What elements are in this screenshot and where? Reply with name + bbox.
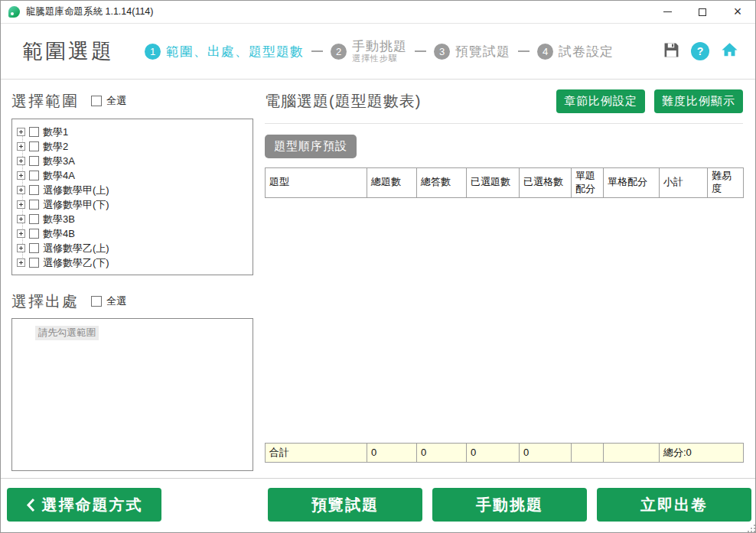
source-section-header: 選擇出處 全選 <box>11 291 253 312</box>
save-icon[interactable] <box>663 42 679 61</box>
range-section-title: 選擇範圍 <box>11 91 79 112</box>
tree-item-label: 數學1 <box>43 125 68 139</box>
tree-item-label: 數學3B <box>43 213 75 226</box>
range-select-all[interactable]: 全選 <box>91 94 126 108</box>
app-window: 龍騰題庫命題系統 1.1.14(114) × 範圍選題 1 範圍、出處、題型題數… <box>0 0 756 533</box>
step-2-label: 手動挑題 <box>352 39 407 54</box>
expand-plus-icon[interactable] <box>17 229 25 238</box>
question-order-preset-button[interactable]: 題型順序預設 <box>265 135 357 158</box>
page-title: 範圍選題 <box>22 37 114 65</box>
col-total-questions: 總題數 <box>367 168 417 198</box>
step-4-paper-setup[interactable]: 4 試卷設定 <box>537 43 614 60</box>
window-controls: × <box>650 1 755 23</box>
preview-questions-button[interactable]: 預覽試題 <box>268 488 422 522</box>
expand-plus-icon[interactable] <box>17 244 25 252</box>
tree-item-label: 數學3A <box>43 154 75 168</box>
tree-item[interactable]: 數學3A <box>15 154 249 168</box>
home-icon[interactable] <box>721 41 738 61</box>
checkbox[interactable] <box>29 229 39 239</box>
summary-table: 合計 0 0 0 0 總分:0 <box>265 443 744 463</box>
tree-item[interactable]: 數學4A <box>15 168 249 183</box>
back-button-label: 選擇命題方式 <box>42 495 143 515</box>
source-section-title: 選擇出處 <box>11 291 79 312</box>
expand-plus-icon[interactable] <box>17 157 25 165</box>
minimize-button[interactable] <box>650 1 685 23</box>
tree-item[interactable]: 數學1 <box>15 125 249 139</box>
tree-item-label: 選修數學乙(下) <box>43 256 109 270</box>
checkbox[interactable] <box>29 258 39 268</box>
checkbox[interactable] <box>29 156 39 166</box>
step-3-label: 預覽試題 <box>455 43 510 60</box>
step-connector <box>311 50 323 52</box>
step-2-badge: 2 <box>331 44 347 60</box>
expand-plus-icon[interactable] <box>17 142 25 151</box>
tree-item-label: 選修數學甲(上) <box>43 184 109 197</box>
page-header: 範圍選題 1 範圍、出處、題型題數 2 手動挑題 選擇性步驟 3 預覽試題 4 <box>1 24 755 80</box>
checkbox[interactable] <box>29 141 39 151</box>
generate-paper-button[interactable]: 立即出卷 <box>597 488 751 522</box>
step-3-preview[interactable]: 3 預覽試題 <box>434 43 510 60</box>
tree-item[interactable]: 數學3B <box>15 212 249 226</box>
summary-total-score: 總分:0 <box>660 444 744 463</box>
chapter-ratio-button[interactable]: 章節比例設定 <box>556 89 645 113</box>
tree-item[interactable]: 選修數學乙(上) <box>15 241 249 255</box>
manual-pick-button[interactable]: 手動挑題 <box>432 488 587 522</box>
checkbox[interactable] <box>29 185 39 195</box>
tree-item[interactable]: 選修數學甲(上) <box>15 183 249 197</box>
expand-plus-icon[interactable] <box>17 200 25 209</box>
checkbox[interactable] <box>29 171 39 180</box>
range-select-all-checkbox[interactable] <box>91 96 102 106</box>
step-2-sublabel: 選擇性步驟 <box>352 54 407 63</box>
expand-plus-icon[interactable] <box>17 171 25 180</box>
checkbox[interactable] <box>29 214 39 224</box>
tree-item-label: 數學4B <box>43 227 75 241</box>
summary-selected-grids: 0 <box>520 444 572 463</box>
main-content: 選擇範圍 全選 數學1 數學2 <box>1 80 755 478</box>
maximize-icon <box>699 8 706 16</box>
range-section-header: 選擇範圍 全選 <box>11 90 253 112</box>
title-bar: 龍騰題庫命題系統 1.1.14(114) × <box>1 1 755 24</box>
source-select-all-label: 全選 <box>106 294 126 308</box>
tree-item-label: 選修數學乙(上) <box>43 242 109 255</box>
app-logo-icon <box>8 6 20 18</box>
step-4-badge: 4 <box>537 44 553 60</box>
step-2-manual-pick[interactable]: 2 手動挑題 選擇性步驟 <box>331 39 407 63</box>
tree-item[interactable]: 選修數學甲(下) <box>15 197 249 212</box>
back-to-mode-button[interactable]: 選擇命題方式 <box>7 488 161 522</box>
tree-item[interactable]: 選修數學乙(下) <box>15 255 249 270</box>
computer-pick-header: 電腦選題(題型題數表) 章節比例設定 難度比例顯示 <box>265 89 743 113</box>
tree-item[interactable]: 數學2 <box>15 139 249 154</box>
range-select-all-label: 全選 <box>106 94 126 108</box>
difficulty-ratio-button[interactable]: 難度比例顯示 <box>654 89 743 113</box>
step-1-badge: 1 <box>145 44 161 60</box>
col-selected-questions: 已選題數 <box>467 168 520 198</box>
source-select-all[interactable]: 全選 <box>91 294 126 308</box>
expand-plus-icon[interactable] <box>17 186 25 194</box>
left-panel: 選擇範圍 全選 數學1 數學2 <box>11 80 253 471</box>
tree-item-label: 數學4A <box>43 169 75 183</box>
maximize-button[interactable] <box>685 1 720 23</box>
col-difficulty: 難易度 <box>708 168 744 198</box>
resize-grip[interactable] <box>751 528 752 529</box>
expand-plus-icon[interactable] <box>17 215 25 223</box>
window-title: 龍騰題庫命題系統 1.1.14(114) <box>26 5 153 18</box>
summary-total-questions: 0 <box>367 444 417 463</box>
col-score-per-question: 單題配分 <box>572 168 604 198</box>
step-connector <box>518 50 530 52</box>
close-icon: × <box>734 5 742 18</box>
range-tree: 數學1 數學2 數學3A 數學4A <box>11 119 253 275</box>
help-icon[interactable]: ? <box>691 42 709 60</box>
expand-plus-icon[interactable] <box>17 258 25 267</box>
expand-plus-icon[interactable] <box>17 128 25 136</box>
source-select-all-checkbox[interactable] <box>91 296 102 307</box>
footer-actions: 預覽試題 手動挑題 立即出卷 <box>268 488 751 522</box>
step-1-range[interactable]: 1 範圍、出處、題型題數 <box>145 43 304 60</box>
source-empty-hint: 請先勾選範圍 <box>35 326 99 340</box>
checkbox[interactable] <box>29 243 39 253</box>
tree-item[interactable]: 數學4B <box>15 226 249 241</box>
close-button[interactable]: × <box>720 1 755 23</box>
col-subtotal: 小計 <box>660 168 708 198</box>
step-4-label: 試卷設定 <box>559 43 614 60</box>
checkbox[interactable] <box>29 127 39 137</box>
checkbox[interactable] <box>29 200 39 210</box>
